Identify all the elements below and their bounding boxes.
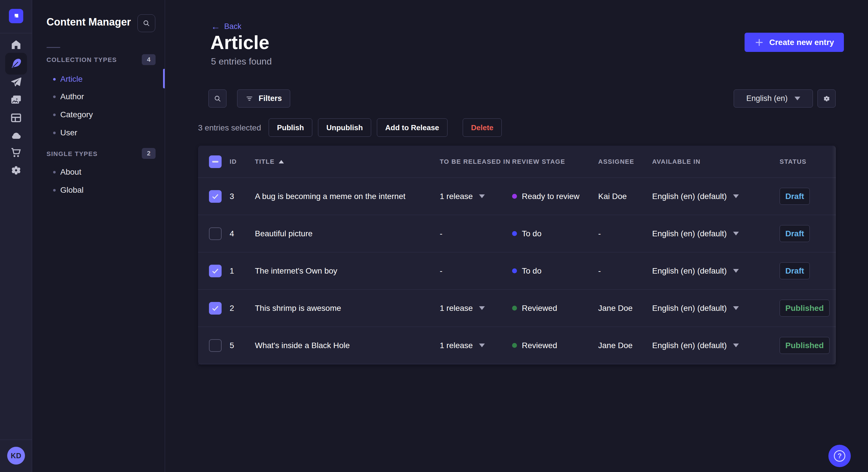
search-icon: [214, 95, 222, 103]
sidebar-home-button[interactable]: [5, 36, 27, 53]
sidebar-media-library-button[interactable]: [5, 92, 27, 108]
row-checkbox[interactable]: [209, 265, 222, 277]
content-manager-subnav: Content Manager COLLECTION TYPES 4 Artic…: [32, 0, 165, 472]
sidebar-item-global[interactable]: Global: [32, 183, 165, 198]
table-header-row: ID TITLE TO BE RELEASED IN REVIEW STAGE …: [198, 146, 836, 178]
cell-review-stage: Reviewed: [512, 304, 598, 313]
cell-available-in[interactable]: English (en) (default): [652, 192, 780, 201]
filter-icon: [245, 95, 253, 103]
gear-icon: [10, 164, 22, 176]
images-icon: [10, 94, 22, 106]
locale-select[interactable]: English (en): [734, 90, 813, 107]
table-row[interactable]: 1 The internet's Own boy - To do - Engli…: [198, 252, 836, 290]
review-stage-dot: [512, 194, 517, 199]
strapi-logo[interactable]: [9, 9, 23, 23]
locale-caret-icon: [733, 232, 739, 235]
layout-icon: [10, 112, 22, 124]
cell-assignee: Jane Doe: [598, 304, 652, 313]
cart-icon: [10, 146, 22, 159]
bullet-icon: [53, 113, 56, 116]
list-search-button[interactable]: [208, 90, 226, 107]
section-collection-types: COLLECTION TYPES: [46, 56, 117, 64]
status-badge: Draft: [780, 188, 810, 205]
cell-release[interactable]: -: [440, 229, 512, 238]
create-new-entry-button[interactable]: Create new entry: [745, 33, 844, 52]
page-title: Article: [210, 32, 269, 53]
row-checkbox[interactable]: [209, 339, 222, 352]
sidebar-content-type-builder-button[interactable]: [5, 109, 27, 126]
bullet-icon: [53, 132, 56, 134]
cell-review-stage: To do: [512, 266, 598, 276]
delete-button[interactable]: Delete: [463, 119, 502, 137]
feather-icon: [10, 58, 22, 70]
cell-available-in[interactable]: English (en) (default): [652, 341, 780, 350]
sidebar-item-category[interactable]: Category: [32, 107, 165, 122]
review-stage-dot: [512, 268, 517, 273]
cell-available-in[interactable]: English (en) (default): [652, 304, 780, 313]
sidebar-settings-button[interactable]: [5, 162, 27, 179]
unpublish-button[interactable]: Unpublish: [318, 119, 371, 137]
cell-id: 1: [229, 266, 255, 276]
view-settings-button[interactable]: [817, 90, 836, 107]
cell-id: 3: [229, 192, 255, 201]
table-row[interactable]: 5 What's inside a Black Hole 1 release R…: [198, 327, 836, 364]
sidebar-releases-button[interactable]: [5, 74, 27, 91]
add-to-release-button[interactable]: Add to Release: [377, 119, 447, 137]
single-types-count-badge: 2: [142, 148, 156, 159]
back-label: Back: [224, 22, 241, 31]
user-avatar[interactable]: KD: [7, 447, 25, 465]
row-checkbox[interactable]: [209, 190, 222, 203]
gear-icon: [823, 94, 831, 103]
cell-release[interactable]: 1 release: [440, 192, 512, 201]
cell-assignee: Kai Doe: [598, 192, 652, 201]
cell-assignee: -: [598, 266, 652, 276]
filters-button[interactable]: Filters: [237, 90, 290, 107]
check-icon: [211, 192, 220, 201]
sidebar-item-user[interactable]: User: [32, 125, 165, 140]
locale-caret-icon: [733, 269, 739, 273]
entries-count: 5 entries found: [211, 56, 272, 67]
subnav-search-button[interactable]: [137, 14, 155, 32]
check-icon: [211, 267, 220, 275]
row-checkbox[interactable]: [209, 227, 222, 240]
back-arrow-icon: ←: [211, 22, 220, 31]
cell-release[interactable]: 1 release: [440, 341, 512, 350]
bullet-icon: [53, 96, 56, 98]
sidebar-item-about[interactable]: About: [32, 165, 165, 179]
sidebar-marketplace-button[interactable]: [5, 144, 27, 161]
cell-title: The internet's Own boy: [255, 266, 440, 276]
column-header-title[interactable]: TITLE: [255, 158, 440, 165]
sidebar-item-author[interactable]: Author: [32, 89, 165, 104]
release-caret-icon: [479, 194, 485, 198]
table-row[interactable]: 2 This shrimp is awesome 1 release Revie…: [198, 290, 836, 327]
cell-title: What's inside a Black Hole: [255, 341, 440, 350]
cell-review-stage: Ready to review: [512, 192, 598, 201]
question-mark-icon: ?: [834, 450, 845, 462]
home-icon: [10, 39, 22, 51]
cell-release[interactable]: 1 release: [440, 304, 512, 313]
column-header-assignee: ASSIGNEE: [598, 158, 652, 165]
cloud-icon: [10, 129, 22, 141]
cell-available-in[interactable]: English (en) (default): [652, 229, 780, 238]
bullet-icon: [53, 171, 56, 173]
cell-available-in[interactable]: English (en) (default): [652, 266, 780, 276]
release-caret-icon: [479, 306, 485, 310]
back-link[interactable]: ← Back: [211, 22, 241, 31]
sidebar-content-manager-button[interactable]: [5, 53, 27, 74]
sidebar-cloud-button[interactable]: [5, 127, 27, 144]
indeterminate-dash-icon: [212, 161, 218, 163]
plus-icon: [754, 38, 764, 47]
publish-button[interactable]: Publish: [269, 119, 312, 137]
main-content: ← Back Article 5 entries found Create ne…: [165, 0, 868, 472]
sort-ascending-icon: [279, 160, 284, 164]
column-header-to-be-released-in: TO BE RELEASED IN: [440, 158, 512, 165]
cell-release[interactable]: -: [440, 266, 512, 276]
row-checkbox[interactable]: [209, 302, 222, 314]
cell-assignee: Jane Doe: [598, 341, 652, 350]
select-all-checkbox[interactable]: [209, 156, 222, 168]
table-row[interactable]: 4 Beautiful picture - To do - English (e…: [198, 215, 836, 252]
table-row[interactable]: 3 A bug is becoming a meme on the intern…: [198, 178, 836, 215]
sidebar-item-article[interactable]: Article: [32, 72, 165, 87]
check-icon: [211, 304, 220, 312]
help-button[interactable]: ?: [828, 445, 851, 467]
